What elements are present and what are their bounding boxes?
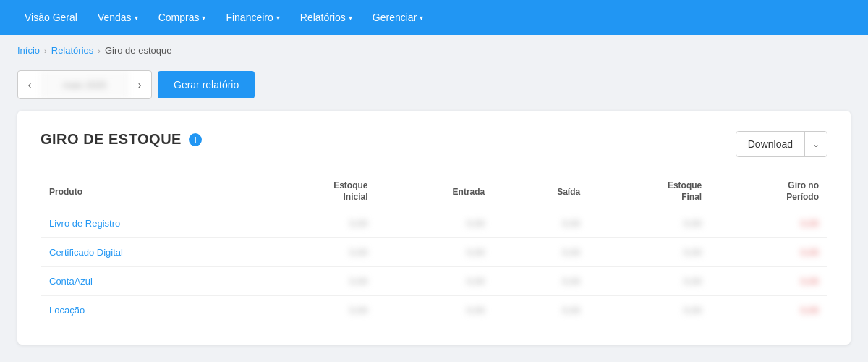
date-navigator: ‹ maio 2025 ›: [17, 70, 152, 99]
chevron-down-icon: ▾: [276, 14, 280, 22]
cell-giro-periodo: 0,00: [710, 267, 827, 296]
report-card: GIRO DE ESTOQUE i Download ⌄ Produto Est…: [17, 111, 851, 345]
nav-visao-geral[interactable]: Visão Geral: [14, 0, 88, 35]
col-giro-periodo: Giro noPeríodo: [710, 174, 827, 209]
chevron-down-icon: ⌄: [804, 132, 827, 156]
cell-giro-periodo: 0,00: [710, 296, 827, 325]
breadcrumb-home[interactable]: Início: [17, 45, 40, 56]
chevron-down-icon: ▾: [420, 14, 423, 22]
info-icon[interactable]: i: [189, 133, 202, 146]
cell-saida: 0,00: [493, 296, 589, 325]
card-header: GIRO DE ESTOQUE i Download ⌄: [41, 131, 827, 157]
cell-estoque_final: 0,00: [589, 238, 710, 267]
cell-produto[interactable]: Certificado Digital: [41, 238, 255, 267]
cell-saida: 0,00: [493, 238, 589, 267]
prev-period-button[interactable]: ‹: [18, 71, 41, 98]
breadcrumb-sep: ›: [44, 46, 47, 55]
cell-estoque_inicial: 0,00: [255, 238, 376, 267]
table-row: Certificado Digital0,000,000,000,000,00: [41, 238, 827, 267]
nav-relatorios[interactable]: Relatórios▾: [290, 0, 362, 35]
cell-estoque_final: 0,00: [589, 296, 710, 325]
col-entrada: Entrada: [377, 174, 494, 209]
card-title-row: GIRO DE ESTOQUE i: [41, 131, 202, 148]
cell-produto[interactable]: Livro de Registro: [41, 209, 255, 238]
col-estoque-final: EstoqueFinal: [589, 174, 710, 209]
cell-estoque_inicial: 0,00: [255, 267, 376, 296]
chevron-down-icon: ▾: [202, 14, 205, 22]
nav-compras[interactable]: Compras▾: [148, 0, 216, 35]
cell-giro-periodo: 0,00: [710, 238, 827, 267]
cell-estoque_final: 0,00: [589, 209, 710, 238]
cell-entrada: 0,00: [377, 267, 494, 296]
table-row: Livro de Registro0,000,000,000,000,00: [41, 209, 827, 238]
chevron-down-icon: ▾: [135, 14, 138, 22]
cell-saida: 0,00: [493, 209, 589, 238]
inventory-table: Produto EstoqueInicial Entrada Saída Est…: [41, 174, 827, 324]
page-title: GIRO DE ESTOQUE: [41, 131, 182, 148]
generate-report-button[interactable]: Gerar relatório: [158, 71, 255, 98]
chevron-down-icon: ▾: [349, 14, 352, 22]
breadcrumb-sep2: ›: [98, 46, 101, 55]
nav-financeiro[interactable]: Financeiro▾: [216, 0, 289, 35]
table-row: ContaAzul0,000,000,000,000,00: [41, 267, 827, 296]
cell-estoque_inicial: 0,00: [255, 296, 376, 325]
nav-gerenciar[interactable]: Gerenciar▾: [362, 0, 433, 35]
col-estoque-inicial: EstoqueInicial: [255, 174, 376, 209]
cell-giro-periodo: 0,00: [710, 209, 827, 238]
breadcrumb: Início › Relatórios › Giro de estoque: [0, 35, 868, 66]
cell-entrada: 0,00: [377, 209, 494, 238]
main-nav: Visão Geral Vendas▾ Compras▾ Financeiro▾…: [0, 0, 868, 35]
col-saida: Saída: [493, 174, 589, 209]
cell-entrada: 0,00: [377, 238, 494, 267]
nav-vendas[interactable]: Vendas▾: [88, 0, 148, 35]
download-button[interactable]: Download ⌄: [736, 131, 827, 157]
download-label: Download: [736, 138, 804, 150]
cell-produto[interactable]: ContaAzul: [41, 267, 255, 296]
col-produto: Produto: [41, 174, 255, 209]
breadcrumb-reports[interactable]: Relatórios: [51, 45, 94, 56]
next-period-button[interactable]: ›: [128, 71, 151, 98]
toolbar: ‹ maio 2025 › Download Gerar relatório: [0, 66, 868, 111]
cell-estoque_inicial: 0,00: [255, 209, 376, 238]
breadcrumb-current: Giro de estoque: [105, 45, 172, 56]
cell-entrada: 0,00: [377, 296, 494, 325]
cell-saida: 0,00: [493, 267, 589, 296]
cell-estoque_final: 0,00: [589, 267, 710, 296]
cell-produto[interactable]: Locação: [41, 296, 255, 325]
date-label: maio 2025: [41, 71, 128, 98]
table-row: Locação0,000,000,000,000,00: [41, 296, 827, 325]
